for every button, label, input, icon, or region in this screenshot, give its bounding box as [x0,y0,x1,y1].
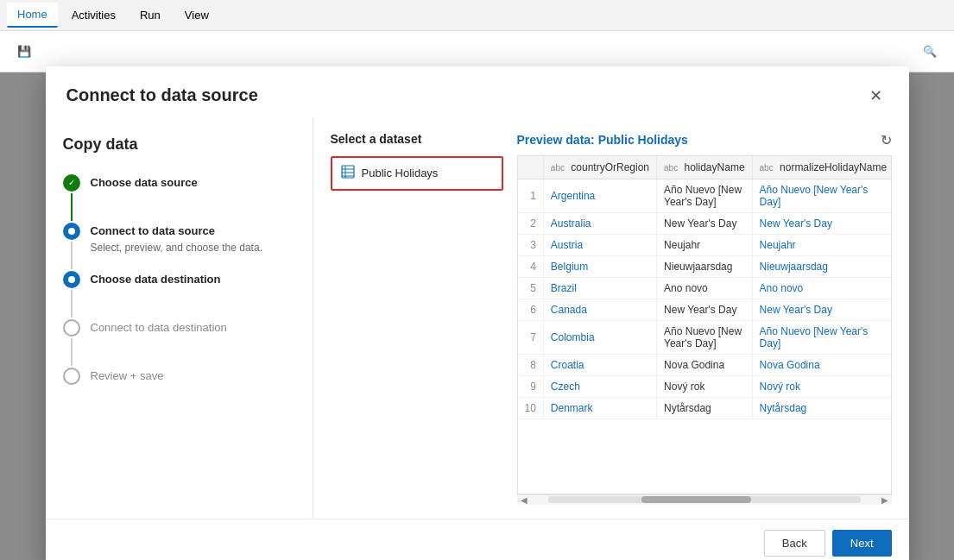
tab-home[interactable]: Home [7,3,58,28]
row-holiday-9: Nový rok [657,375,753,397]
step-label-1: Choose data source [91,174,198,192]
back-button[interactable]: Back [764,530,825,557]
row-num-10: 10 [518,397,544,418]
row-country-1: Argentina [543,179,656,212]
row-holiday-7: Año Nuevo [New Year's Day] [657,320,753,354]
row-country-6: Canada [543,299,656,320]
row-holiday-4: Nieuwjaarsdag [657,255,753,277]
preview-table: abc countryOrRegion abc holidayName [518,156,892,419]
dialog-body: Copy data ✓ Choose data source [46,118,909,519]
row-holiday-8: Nova Godina [657,354,753,375]
step-line-2 [71,242,73,269]
row-normalized-3: Neujahr [752,234,891,255]
preview-title-dataset: Public Holidays [598,133,688,147]
row-holiday-10: Nytårsdag [657,397,753,418]
col-name-holiday: holidayName [685,161,745,173]
row-holiday-6: New Year's Day [657,299,753,320]
preview-panel: Preview data: Public Holidays ↻ [517,132,892,505]
dialog-title: Connect to data source [66,85,258,105]
wizard-step-1: ✓ Choose data source [63,174,295,223]
table-row: 9 Czech Nový rok Nový rok [518,375,892,397]
row-num-1: 1 [518,179,544,212]
close-button[interactable]: ✕ [864,84,888,108]
next-button[interactable]: Next [832,530,892,557]
row-holiday-3: Neujahr [657,234,753,255]
step-label-4: Connect to data destination [91,319,227,337]
horizontal-scrollbar[interactable]: ◀ ▶ [517,494,892,505]
step-circle-1: ✓ [63,174,80,192]
scrollbar-thumb [641,496,751,503]
refresh-button[interactable]: ↻ [881,132,892,148]
row-num-3: 3 [518,234,544,255]
table-row: 1 Argentina Año Nuevo [New Year's Day] A… [518,179,892,212]
step-label-3: Choose data destination [91,271,221,288]
tab-run[interactable]: Run [130,3,171,27]
row-holiday-1: Año Nuevo [New Year's Day] [657,179,753,212]
preview-title-prefix: Preview data: [517,133,598,147]
step-circle-3 [63,271,80,288]
table-row: 10 Denmark Nytårsdag Nytårsdag [518,397,892,418]
row-num-4: 4 [518,255,544,277]
row-normalized-2: New Year's Day [752,212,891,234]
table-row: 6 Canada New Year's Day New Year's Day [518,299,892,320]
row-holiday-5: Ano novo [657,277,753,299]
table-row: 2 Australia New Year's Day New Year's Da… [518,212,892,234]
row-country-9: Czech [543,375,656,397]
active-dot-icon-3 [68,276,75,283]
step-circle-4 [63,319,80,337]
row-normalized-1: Año Nuevo [New Year's Day] [752,179,891,212]
tab-activities[interactable]: Activities [61,3,126,27]
app-tab-bar: Home Activities Run View [0,0,954,31]
col-header-country: abc countryOrRegion [543,156,656,179]
modal-overlay: Connect to data source ✕ Copy data ✓ [0,72,954,560]
dataset-panel: Select a dataset [331,132,503,505]
row-num-5: 5 [518,277,544,299]
row-normalized-5: Ano novo [752,277,891,299]
row-country-8: Croatia [543,354,656,375]
active-dot-icon [68,228,75,235]
table-row: 3 Austria Neujahr Neujahr [518,234,892,255]
wizard-step-3: Choose data destination [63,271,295,319]
checkmark-icon: ✓ [68,178,75,187]
wizard-step-4: Connect to data destination [63,319,295,368]
dialog-footer: Back Next [46,519,909,561]
wizard-steps: ✓ Choose data source [63,174,295,392]
scrollbar-track [548,496,861,503]
preview-table-wrapper[interactable]: abc countryOrRegion abc holidayName [517,155,892,494]
dataset-item-public-holidays[interactable]: Public Holidays [331,156,503,191]
row-normalized-9: Nový rok [752,375,891,397]
step-indicator-col-3 [63,271,80,319]
col-header-normalize: abc normalizeHolidayName [752,156,891,179]
wizard-step-5: Review + save [63,368,295,392]
row-num-7: 7 [518,320,544,354]
step-label-5: Review + save [91,368,164,385]
col-name-normalize: normalizeHolidayName [780,161,887,173]
row-normalized-6: New Year's Day [752,299,891,320]
dataset-panel-title: Select a dataset [331,132,503,146]
wizard-sidebar: Copy data ✓ Choose data source [46,118,313,519]
row-holiday-2: New Year's Day [657,212,753,234]
preview-title: Preview data: Public Holidays [517,133,688,147]
dataset-item-name: Public Holidays [362,167,439,179]
row-normalized-4: Nieuwjaarsdag [752,255,891,277]
step-line-3 [71,290,73,318]
row-country-3: Austria [543,234,656,255]
col-name-country: countryOrRegion [571,161,649,173]
row-normalized-10: Nytårsdag [752,397,891,418]
step-content-2: Connect to data source Select, preview, … [91,223,262,261]
col-header-row-num [518,156,544,179]
table-row: 7 Colombia Año Nuevo [New Year's Day] Añ… [518,320,892,354]
wizard-title: Copy data [63,135,295,154]
save-icon[interactable]: 💾 [10,38,38,66]
row-num-9: 9 [518,375,544,397]
search-icon[interactable]: 🔍 [916,38,944,66]
tab-view[interactable]: View [174,3,219,27]
step-indicator-col-2 [63,223,80,271]
dataset-table-icon [341,165,355,182]
preview-header: Preview data: Public Holidays ↻ [517,132,892,148]
step-line-4 [71,338,73,366]
step-circle-5 [63,368,80,385]
col-type-normalize: abc [760,163,774,173]
step-indicator-col-4 [63,319,80,368]
step-indicator-col-1: ✓ [63,174,80,223]
